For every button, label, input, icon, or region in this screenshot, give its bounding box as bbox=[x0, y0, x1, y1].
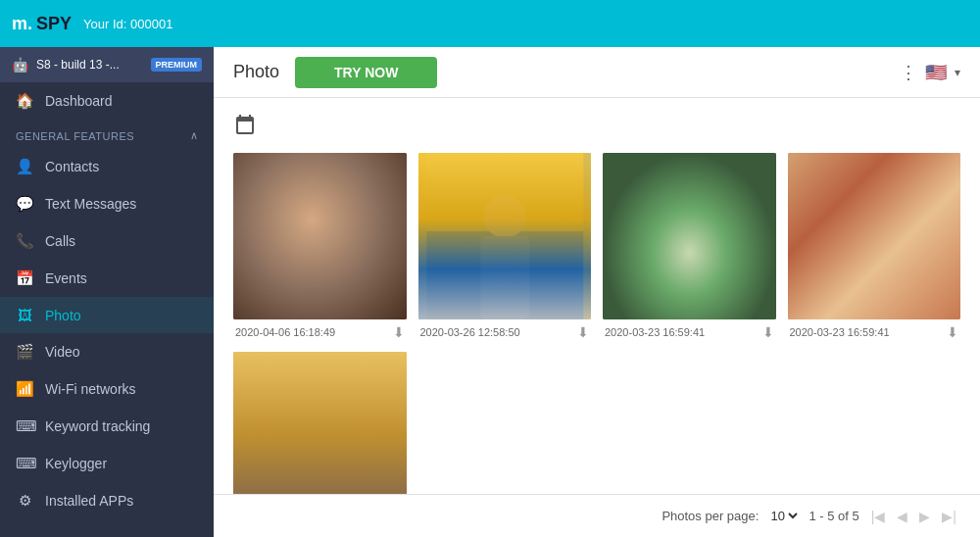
photo-date: 2020-04-06 16:18:49 bbox=[235, 326, 335, 338]
sidebar-item-label: Wi-Fi networks bbox=[45, 381, 136, 397]
svg-point-19 bbox=[884, 200, 923, 243]
svg-rect-11 bbox=[611, 212, 767, 319]
try-now-button[interactable]: TRY NOW bbox=[295, 57, 437, 88]
photo-thumbnail[interactable] bbox=[418, 153, 592, 319]
sidebar-item-label: Video bbox=[45, 344, 80, 360]
svg-rect-22 bbox=[241, 352, 398, 494]
device-name: S8 - build 13 -... bbox=[36, 58, 143, 72]
premium-badge: PREMIUM bbox=[151, 58, 203, 72]
photo-date: 2020-03-26 12:58:50 bbox=[420, 326, 520, 338]
photo-meta: 2020-04-06 16:18:49 ⬇ bbox=[233, 319, 407, 340]
photo-thumbnail[interactable] bbox=[788, 153, 961, 319]
sidebar-item-label: Photo bbox=[45, 308, 81, 323]
video-icon: 🎬 bbox=[16, 343, 33, 361]
svg-point-15 bbox=[730, 211, 756, 236]
topbar-right: ⋮ 🇺🇸 ▾ bbox=[900, 62, 960, 83]
download-icon[interactable]: ⬇ bbox=[577, 324, 589, 340]
sidebar: 🤖 S8 - build 13 -... PREMIUM 🏠 Dashboard… bbox=[0, 47, 214, 537]
logo-spy: SPY bbox=[36, 14, 72, 34]
user-id: Your Id: 000001 bbox=[83, 17, 172, 31]
photo-svg bbox=[788, 153, 961, 319]
sidebar-item-events[interactable]: 📅 Events bbox=[0, 260, 214, 297]
calendar-filter[interactable] bbox=[233, 114, 960, 141]
events-icon: 📅 bbox=[16, 269, 33, 287]
sidebar-item-contacts[interactable]: 👤 Contacts bbox=[0, 148, 214, 185]
svg-rect-26 bbox=[241, 473, 398, 481]
photo-meta: 2020-03-23 16:59:41 ⬇ bbox=[603, 319, 776, 340]
sidebar-item-photo[interactable]: 🖼 Photo bbox=[0, 297, 214, 333]
sidebar-item-wifi[interactable]: 📶 Wi-Fi networks bbox=[0, 370, 214, 408]
svg-point-12 bbox=[635, 207, 664, 236]
photo-svg bbox=[418, 153, 592, 319]
calls-icon: 📞 bbox=[16, 232, 33, 250]
more-options-icon[interactable]: ⋮ bbox=[900, 62, 917, 83]
sidebar-item-label: Keylogger bbox=[45, 456, 107, 471]
photo-item: 2020-03-21 10:22:15 ⬇ bbox=[233, 352, 407, 494]
messages-icon: 💬 bbox=[16, 195, 33, 213]
prev-page-button[interactable]: ◀ bbox=[893, 507, 911, 526]
download-icon[interactable]: ⬇ bbox=[762, 324, 774, 340]
photo-item: 2020-03-23 16:59:41 ⬇ bbox=[788, 153, 961, 340]
download-icon[interactable]: ⬇ bbox=[393, 324, 405, 340]
sidebar-item-label: Contacts bbox=[45, 159, 99, 174]
keylogger-icon: ⌨ bbox=[16, 455, 33, 472]
photo-icon: 🖼 bbox=[16, 307, 33, 323]
logo-m: m. bbox=[12, 14, 32, 34]
photo-svg bbox=[233, 153, 407, 319]
pagination-bar: Photos per page: 10 25 50 1 - 5 of 5 |◀ … bbox=[214, 494, 980, 537]
sidebar-item-video[interactable]: 🎬 Video bbox=[0, 333, 214, 370]
svg-rect-10 bbox=[611, 153, 767, 212]
flag-icon: 🇺🇸 bbox=[925, 62, 947, 83]
svg-rect-24 bbox=[241, 450, 398, 458]
per-page-label: Photos per page: bbox=[662, 509, 759, 523]
photo-meta: 2020-03-26 12:58:50 ⬇ bbox=[418, 319, 592, 340]
sidebar-item-dashboard[interactable]: 🏠 Dashboard bbox=[0, 82, 214, 120]
photo-svg bbox=[603, 153, 776, 319]
svg-rect-21 bbox=[884, 236, 928, 319]
svg-rect-17 bbox=[796, 153, 953, 319]
photo-date: 2020-03-23 16:59:41 bbox=[605, 326, 705, 338]
logo: m. SPY bbox=[12, 14, 72, 34]
svg-point-28 bbox=[321, 415, 357, 450]
sidebar-item-installed-apps[interactable]: ⚙ Installed APPs bbox=[0, 482, 214, 519]
svg-rect-3 bbox=[290, 231, 349, 319]
svg-rect-8 bbox=[480, 236, 529, 319]
photo-meta: 2020-03-23 16:59:41 ⬇ bbox=[788, 319, 961, 340]
svg-rect-29 bbox=[270, 446, 310, 494]
content-area: Photo TRY NOW ⋮ 🇺🇸 ▾ bbox=[214, 47, 980, 537]
svg-point-27 bbox=[274, 415, 306, 446]
per-page-select[interactable]: 10 25 50 bbox=[766, 508, 801, 524]
page-title: Photo bbox=[233, 62, 279, 82]
photo-item: 2020-03-23 16:59:41 ⬇ bbox=[603, 153, 776, 340]
first-page-button[interactable]: |◀ bbox=[867, 507, 890, 526]
chevron-down-icon[interactable]: ▾ bbox=[955, 66, 960, 79]
sidebar-item-calls[interactable]: 📞 Calls bbox=[0, 222, 214, 260]
svg-rect-6 bbox=[426, 231, 583, 319]
svg-rect-30 bbox=[321, 446, 361, 494]
next-page-button[interactable]: ▶ bbox=[915, 507, 934, 526]
last-page-button[interactable]: ▶| bbox=[938, 507, 960, 526]
topbar: Photo TRY NOW ⋮ 🇺🇸 ▾ bbox=[214, 47, 980, 98]
sidebar-item-label: Calls bbox=[45, 233, 75, 249]
svg-rect-23 bbox=[241, 450, 398, 494]
download-icon[interactable]: ⬇ bbox=[947, 324, 958, 340]
svg-rect-5 bbox=[426, 153, 583, 231]
photo-date: 2020-03-23 16:59:41 bbox=[790, 326, 890, 338]
sidebar-item-keylogger[interactable]: ⌨ Keylogger bbox=[0, 445, 214, 482]
contacts-icon: 👤 bbox=[16, 158, 33, 175]
sidebar-item-label: Installed APPs bbox=[45, 493, 133, 509]
wifi-icon: 📶 bbox=[16, 380, 33, 398]
photo-thumbnail[interactable] bbox=[233, 153, 407, 319]
svg-rect-4 bbox=[426, 153, 583, 319]
photo-content: 2020-04-06 16:18:49 ⬇ bbox=[214, 98, 980, 494]
sidebar-item-label: Keyword tracking bbox=[45, 418, 150, 434]
svg-rect-16 bbox=[796, 153, 953, 319]
photos-grid: 2020-04-06 16:18:49 ⬇ bbox=[233, 153, 960, 494]
photo-thumbnail[interactable] bbox=[233, 352, 407, 494]
sidebar-item-keyword-tracking[interactable]: ⌨ Keyword tracking bbox=[0, 408, 214, 445]
sidebar-item-text-messages[interactable]: 💬 Text Messages bbox=[0, 185, 214, 222]
photo-thumbnail[interactable] bbox=[603, 153, 776, 319]
device-info[interactable]: 🤖 S8 - build 13 -... PREMIUM bbox=[0, 47, 214, 82]
calendar-icon bbox=[233, 114, 257, 137]
svg-point-14 bbox=[705, 206, 732, 233]
